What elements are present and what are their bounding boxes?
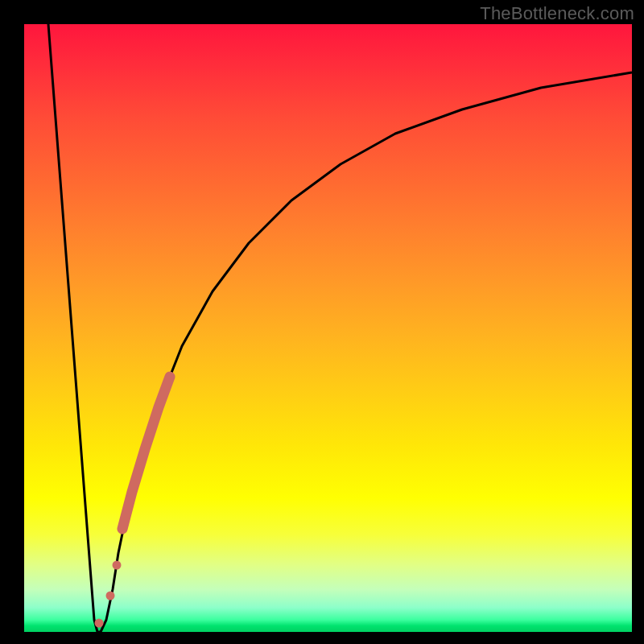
chart-frame: TheBottleneck.com <box>0 0 644 644</box>
dot-marker <box>113 561 122 570</box>
main-curve <box>48 24 632 632</box>
watermark-text: TheBottleneck.com <box>480 3 634 24</box>
highlight-segment <box>122 377 170 529</box>
chart-svg <box>24 24 632 632</box>
dot-marker <box>95 619 104 628</box>
plot-area <box>24 24 632 632</box>
dot-marker <box>106 592 115 601</box>
